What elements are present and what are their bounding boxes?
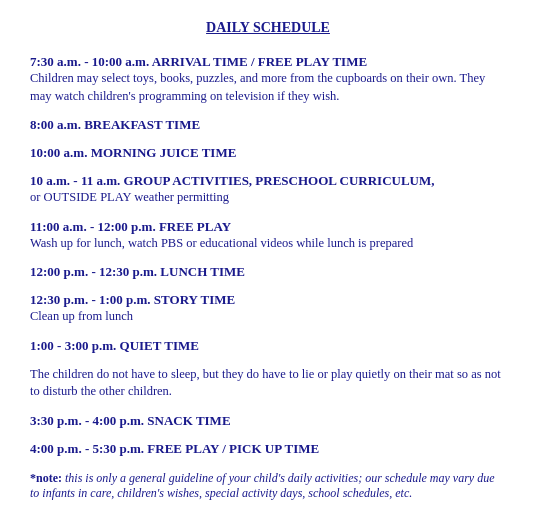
schedule-heading-quiet: 1:00 - 3:00 p.m. QUIET TIME [30, 338, 506, 354]
schedule-block-quiet: 1:00 - 3:00 p.m. QUIET TIME [30, 338, 506, 354]
note-text: this is only a general guideline of your… [30, 471, 494, 500]
schedule-block-story: 12:30 p.m. - 1:00 p.m. STORY TIMEClean u… [30, 292, 506, 326]
schedule-detail-story: Clean up from lunch [30, 308, 506, 326]
schedule-block-group: 10 a.m. - 11 a.m. GROUP ACTIVITIES, PRES… [30, 173, 506, 207]
schedule-block-breakfast: 8:00 a.m. BREAKFAST TIME [30, 117, 506, 133]
schedule-block-pickup: 4:00 p.m. - 5:30 p.m. FREE PLAY / PICK U… [30, 441, 506, 457]
schedule-heading-story: 12:30 p.m. - 1:00 p.m. STORY TIME [30, 292, 506, 308]
schedule-block-juice: 10:00 a.m. MORNING JUICE TIME [30, 145, 506, 161]
schedule-heading-snack: 3:30 p.m. - 4:00 p.m. SNACK TIME [30, 413, 506, 429]
schedule-block-freeplay: 11:00 a.m. - 12:00 p.m. FREE PLAYWash up… [30, 219, 506, 253]
schedule-heading-group: 10 a.m. - 11 a.m. GROUP ACTIVITIES, PRES… [30, 173, 506, 189]
schedule-heading-breakfast: 8:00 a.m. BREAKFAST TIME [30, 117, 506, 133]
schedule-block-snack: 3:30 p.m. - 4:00 p.m. SNACK TIME [30, 413, 506, 429]
schedule-detail-freeplay: Wash up for lunch, watch PBS or educatio… [30, 235, 506, 253]
page-title: DAILY SCHEDULE [30, 20, 506, 36]
schedule-heading-arrival: 7:30 a.m. - 10:00 a.m. ARRIVAL TIME / FR… [30, 54, 506, 70]
schedule-heading-lunch: 12:00 p.m. - 12:30 p.m. LUNCH TIME [30, 264, 506, 280]
schedule-detail-group: or OUTSIDE PLAY weather permitting [30, 189, 506, 207]
schedule-block-arrival: 7:30 a.m. - 10:00 a.m. ARRIVAL TIME / FR… [30, 54, 506, 105]
schedule-detail-quiet-note: The children do not have to sleep, but t… [30, 366, 506, 401]
schedule-heading-juice: 10:00 a.m. MORNING JUICE TIME [30, 145, 506, 161]
schedule-block-quiet-note: The children do not have to sleep, but t… [30, 366, 506, 401]
schedule-block-lunch: 12:00 p.m. - 12:30 p.m. LUNCH TIME [30, 264, 506, 280]
schedule-heading-pickup: 4:00 p.m. - 5:30 p.m. FREE PLAY / PICK U… [30, 441, 506, 457]
note-label: *note: [30, 471, 62, 485]
schedule-detail-arrival: Children may select toys, books, puzzles… [30, 70, 506, 105]
schedule-heading-freeplay: 11:00 a.m. - 12:00 p.m. FREE PLAY [30, 219, 506, 235]
footer-note: *note: this is only a general guideline … [30, 471, 506, 501]
